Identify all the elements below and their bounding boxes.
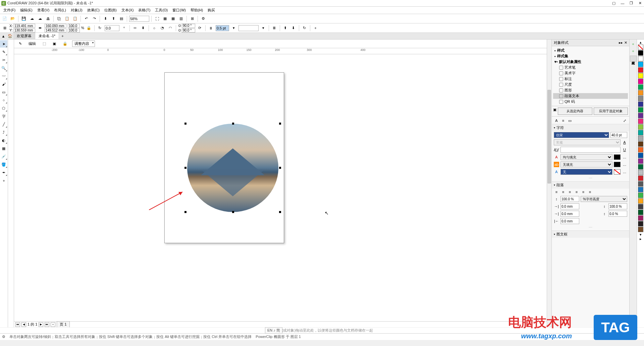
add-page-icon[interactable]: ＋ [51,322,55,327]
color-swatch[interactable] [638,50,643,56]
pdf-icon[interactable]: ▤ [118,15,125,22]
paste-icon[interactable]: 📋 [64,15,70,22]
tree-item[interactable]: 尺度 [553,82,628,87]
apply-to-selection-button[interactable]: 应用于选定对象 [594,108,628,115]
first-page-icon[interactable]: ⏮ [15,322,20,327]
rectangle-tool-icon[interactable]: ▭ [0,88,7,96]
selection-handle[interactable] [232,211,234,213]
import-icon[interactable]: ⬇ [102,15,109,22]
indent4-input[interactable] [608,211,627,217]
pick-tool-mini-icon[interactable]: ▲ [0,33,7,40]
color-swatch[interactable] [638,210,643,215]
menu-edit[interactable]: 编辑(E) [18,7,35,13]
save-icon[interactable]: 💾 [20,15,27,22]
color-swatch[interactable] [638,124,643,130]
kerning-input[interactable] [560,147,621,153]
indent1-input[interactable] [560,203,579,209]
undo-icon[interactable]: ↶ [83,15,90,22]
menu-file[interactable]: 文件(F) [1,7,17,13]
menu-window[interactable]: 窗口(W) [170,7,188,13]
expand-tool-icon[interactable]: ＋ [0,177,7,184]
color-swatch[interactable] [638,136,643,141]
underline-toggle-icon[interactable]: U [622,147,627,152]
indent3-input[interactable] [560,211,579,217]
tab-document[interactable]: 未命名 -1* [35,33,59,39]
fontsize-input[interactable] [610,132,627,138]
gear-icon[interactable]: ⚙ [2,335,5,339]
selection-handle[interactable] [279,211,281,213]
selection-handle[interactable] [184,211,186,213]
mirror-h-icon[interactable]: ⬄ [132,25,139,31]
bgfill-select[interactable]: 无填充 [560,161,612,167]
color-swatch[interactable] [638,227,643,232]
bg-more-icon[interactable]: … [622,162,627,167]
home-icon[interactable]: 🏠 [7,33,13,40]
align-force-icon[interactable]: ≡ [587,189,593,195]
language-indicator[interactable]: EN ♪ 简 [265,327,282,334]
copy-icon[interactable]: ⿻ [56,15,62,22]
frame-tab-icon[interactable]: ▭ [567,118,573,123]
order-front-icon[interactable]: ⬆ [282,25,289,31]
outline-tool-icon[interactable]: ✒ [0,169,7,176]
color-swatch[interactable] [638,193,643,198]
color-swatch[interactable] [638,107,643,113]
outline-width-input[interactable] [216,25,229,31]
dropshadow-icon[interactable]: ◐ [0,137,7,144]
prev-page-icon[interactable]: ◀ [21,322,26,327]
tree-item[interactable]: QR 码 [553,99,628,105]
no-color-swatch[interactable] [638,45,643,50]
pick-tool-icon[interactable]: ➤ [0,40,7,48]
arc-end-input[interactable] [182,28,195,32]
select-frame-icon[interactable]: ▣ [51,41,58,47]
clipboard-icon[interactable]: 📋 [72,15,78,22]
color-swatch[interactable] [638,90,643,95]
section-frame[interactable]: 图文框 [552,230,629,238]
color-swatch[interactable] [638,198,643,204]
docker-tab-objectstyles[interactable]: 对象样式 [630,56,637,62]
tree-item[interactable]: 图形 [553,87,628,93]
arc-icon[interactable]: ◠ [167,25,174,31]
crop-tool-icon[interactable]: ✂ [0,56,7,64]
angle-input[interactable] [105,25,119,31]
x-input[interactable] [13,24,35,28]
selection-handle[interactable] [184,167,186,169]
edit-button[interactable]: 编辑 [26,41,38,47]
section-more-icon[interactable]: ⋯ [552,225,629,230]
color-swatch[interactable] [638,79,643,84]
line-height-input[interactable] [560,196,579,202]
para-tab-icon[interactable]: ≡ [560,118,566,123]
new-style-icon[interactable]: ▣ [553,108,556,115]
color-swatch[interactable] [638,187,643,192]
fill-color-swatch[interactable] [614,154,621,160]
menu-view[interactable]: 查看(V) [35,7,52,13]
cloud-save-icon[interactable]: ☁ [29,15,35,22]
char-tab-icon[interactable]: A [554,118,559,123]
menu-effects[interactable]: 效果(C) [85,7,102,13]
lock-contents-icon[interactable]: 🔒 [61,41,69,47]
add-styleset-icon[interactable]: ＋ [631,49,635,54]
grid-icon[interactable]: ▦ [170,15,176,22]
page-tab[interactable]: 页 1 [57,321,69,328]
menu-layout[interactable]: 布局(L) [52,7,68,13]
fill-type-select[interactable]: 均匀填充 [560,154,612,160]
palette-up-icon[interactable]: ▴ [640,40,642,45]
from-selection-button[interactable]: 从选定内容 [558,108,592,115]
canvas[interactable]: ↖ [14,54,547,321]
direction-icon[interactable]: ⟳ [197,25,203,31]
scaley-input[interactable] [68,28,80,32]
color-swatch[interactable] [638,221,643,226]
tree-item[interactable]: 标注 [553,76,628,82]
tree-item-selected[interactable]: 段落文本 [553,93,628,99]
rulers-icon[interactable]: ▦ [162,15,168,22]
menu-bitmap[interactable]: 位图(B) [102,7,119,13]
outline-select[interactable]: 无 [560,169,612,175]
add-style-icon[interactable]: ＋ [631,42,635,47]
parallel-dim-icon[interactable]: ╱ [0,121,7,128]
options-icon[interactable]: ⚙ [200,15,207,22]
menu-object[interactable]: 对象(J) [69,7,85,13]
artistic-media-icon[interactable]: 🖌 [0,80,7,88]
section-character[interactable]: 字符 [552,124,629,131]
menu-table[interactable]: 表格(T) [136,7,152,13]
selection-handle[interactable] [279,167,281,169]
color-swatch[interactable] [638,130,643,135]
